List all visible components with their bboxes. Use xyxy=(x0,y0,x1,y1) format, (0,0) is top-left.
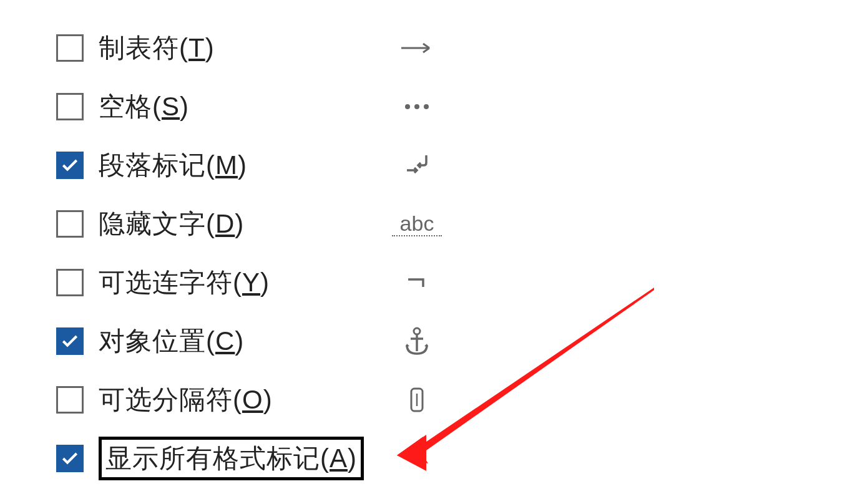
checkbox-tab-character[interactable] xyxy=(56,34,84,62)
arrow-right-icon xyxy=(392,39,442,57)
label-optional-break: 可选分隔符(O) xyxy=(99,382,392,417)
label-tab-character: 制表符(T) xyxy=(99,31,392,65)
check-icon xyxy=(60,155,80,175)
check-icon xyxy=(60,448,80,468)
checkbox-object-anchor[interactable] xyxy=(56,327,84,355)
anchor-icon xyxy=(392,326,442,356)
paragraph-mark-icon xyxy=(392,152,442,179)
dots-icon xyxy=(392,97,442,116)
optional-hyphen-icon xyxy=(392,273,442,292)
checkbox-optional-break[interactable] xyxy=(56,386,84,414)
checkbox-show-all-formatting[interactable] xyxy=(56,445,84,472)
label-hidden-text: 隐藏文字(D) xyxy=(99,206,392,241)
highlight-box: 显示所有格式标记(A) xyxy=(99,437,364,480)
optional-break-icon xyxy=(392,386,442,414)
abc-icon: abc xyxy=(392,211,442,236)
option-optional-break[interactable]: 可选分隔符(O) xyxy=(56,371,804,429)
svg-point-1 xyxy=(405,104,410,109)
option-hidden-text[interactable]: 隐藏文字(D) abc xyxy=(56,195,804,253)
label-object-anchor: 对象位置(C) xyxy=(99,324,392,359)
option-space[interactable]: 空格(S) xyxy=(56,77,804,136)
checkbox-optional-hyphen[interactable] xyxy=(56,269,84,296)
checkbox-space[interactable] xyxy=(56,93,84,120)
checkbox-paragraph-mark[interactable] xyxy=(56,152,84,179)
option-tab-character[interactable]: 制表符(T) xyxy=(56,19,804,77)
label-optional-hyphen: 可选连字符(Y) xyxy=(99,265,392,300)
svg-point-3 xyxy=(424,104,429,109)
check-icon xyxy=(60,331,80,351)
option-show-all-formatting[interactable]: 显示所有格式标记(A) xyxy=(56,429,804,488)
option-object-anchor[interactable]: 对象位置(C) xyxy=(56,312,804,371)
svg-point-4 xyxy=(414,328,420,334)
label-space: 空格(S) xyxy=(99,89,392,124)
option-optional-hyphen[interactable]: 可选连字符(Y) xyxy=(56,253,804,312)
svg-point-2 xyxy=(414,104,419,109)
checkbox-hidden-text[interactable] xyxy=(56,210,84,238)
label-show-all-formatting: 显示所有格式标记(A) xyxy=(99,437,392,480)
label-paragraph-mark: 段落标记(M) xyxy=(99,148,392,183)
option-paragraph-mark[interactable]: 段落标记(M) xyxy=(56,136,804,195)
